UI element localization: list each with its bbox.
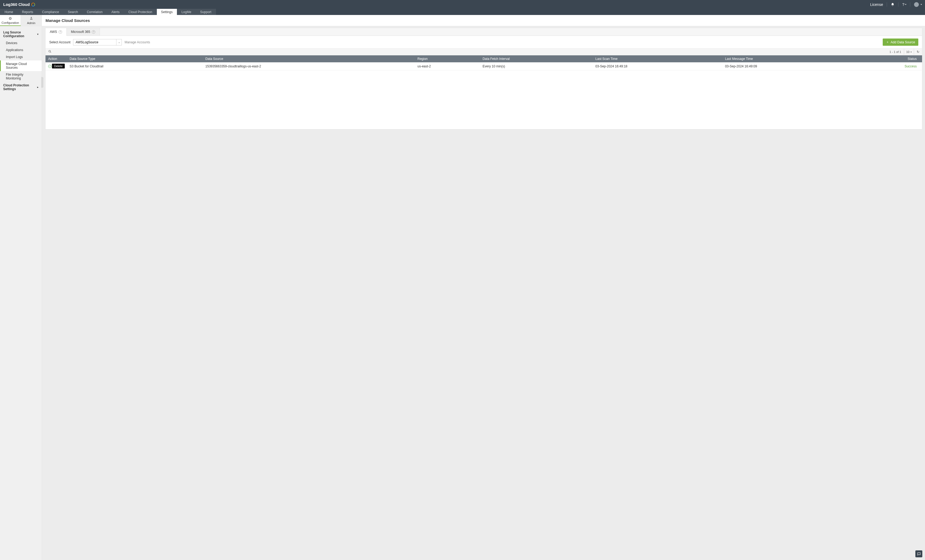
sidebar-section-log-source[interactable]: Log Source Configuration ▾ <box>0 29 42 40</box>
cell-last-msg: 03-Sep-2024 16:49:09 <box>722 62 852 71</box>
col-data-source-type: Data Source Type <box>67 56 203 62</box>
col-last-msg: Last Message Time <box>722 56 852 62</box>
svg-point-0 <box>30 17 32 18</box>
nav-reports[interactable]: Reports <box>18 9 38 15</box>
chevron-down-icon: ▾ <box>911 51 911 53</box>
page-size-select[interactable]: 10 ▾ <box>904 49 914 55</box>
cell-status: Success <box>852 62 922 71</box>
cell-interval: Every 10 min(s) <box>480 62 593 71</box>
col-interval: Data Fetch Interval <box>480 56 593 62</box>
pager: 1 - 1 of 1 10 ▾ ↻ <box>889 49 919 55</box>
avatar-icon <box>914 2 919 7</box>
cell-last-scan: 03-Sep-2024 16:49:18 <box>593 62 722 71</box>
sidebar: Log Source Configuration ▾ Devices Appli… <box>0 26 42 560</box>
action-cell: ✓ Delete <box>48 64 64 68</box>
help-icon[interactable]: ? <box>59 30 62 34</box>
sidebar-item-import-logs[interactable]: Import Logs <box>0 54 42 60</box>
refresh-icon[interactable]: ↻ <box>917 50 919 54</box>
sidebar-item-manage-cloud-sources[interactable]: Manage Cloud Sources <box>0 60 42 71</box>
add-data-source-button[interactable]: ＋ Add Data Source <box>883 39 918 46</box>
brand-logo-icon <box>31 3 35 6</box>
topbar-right: License ?▾ ▾ <box>870 2 922 7</box>
col-last-scan: Last Scan Time <box>593 56 722 62</box>
delete-tooltip: Delete <box>52 64 65 69</box>
separator <box>887 2 887 7</box>
sidebar-section-cloud-protection[interactable]: Cloud Protection Settings ▸ <box>0 82 42 93</box>
brand[interactable]: Log360 Cloud <box>3 2 35 7</box>
account-row: Select Account ⌄ Manage Accounts ＋ Add D… <box>45 36 922 48</box>
tab-aws[interactable]: AWS ? <box>45 28 67 36</box>
status-ok-icon: ✓ <box>48 65 51 68</box>
main-area: AWS ? Microsoft 365 ? Select Account ⌄ M… <box>42 26 925 560</box>
sidebar-item-file-integrity[interactable]: File Integrity Monitoring <box>0 71 42 82</box>
subnav-configuration[interactable]: ⚙ Configuration <box>0 15 21 26</box>
nav-cloud-protection[interactable]: Cloud Protection <box>124 9 157 15</box>
manage-accounts-link[interactable]: Manage Accounts <box>125 41 150 44</box>
page-title: Manage Cloud Sources <box>42 15 925 26</box>
cell-data-source-type: S3 Bucket for Cloudtrail <box>67 62 203 71</box>
plus-icon: ＋ <box>886 40 889 44</box>
svg-point-1 <box>49 50 51 52</box>
main-nav: Home Reports Compliance Search Correlati… <box>0 9 925 15</box>
cloud-sources-panel: AWS ? Microsoft 365 ? Select Account ⌄ M… <box>45 28 922 129</box>
sidebar-collapse-handle[interactable] <box>41 77 43 88</box>
license-link[interactable]: License <box>870 2 883 7</box>
nav-support[interactable]: Support <box>196 9 216 15</box>
brand-name: Log360 Cloud <box>3 2 30 7</box>
nav-alerts[interactable]: Alerts <box>107 9 124 15</box>
table-empty-space <box>45 71 922 129</box>
nav-compliance[interactable]: Compliance <box>38 9 63 15</box>
chevron-down-icon[interactable]: ⌄ <box>116 39 122 45</box>
svg-line-2 <box>50 52 51 53</box>
nav-search[interactable]: Search <box>63 9 83 15</box>
col-region: Region <box>415 56 480 62</box>
tab-microsoft-365[interactable]: Microsoft 365 ? <box>67 28 100 36</box>
chat-icon[interactable] <box>915 550 922 557</box>
help-menu[interactable]: ?▾ <box>902 2 906 7</box>
help-icon[interactable]: ? <box>92 30 95 34</box>
pager-range: 1 - 1 of 1 <box>889 50 901 54</box>
nav-correlation[interactable]: Correlation <box>83 9 107 15</box>
table-row: ✓ Delete S3 Bucket for Cloudtrail 153935… <box>45 62 922 71</box>
separator <box>910 2 910 7</box>
topbar: Log360 Cloud License ?▾ ▾ <box>0 0 925 9</box>
account-select-input[interactable] <box>73 41 116 44</box>
table-header-row: Action Data Source Type Data Source Regi… <box>45 56 922 62</box>
account-select[interactable]: ⌄ <box>73 39 122 45</box>
sidebar-item-applications[interactable]: Applications <box>0 47 42 54</box>
select-account-label: Select Account <box>49 41 71 44</box>
user-menu[interactable]: ▾ <box>914 2 922 7</box>
data-sources-table: Action Data Source Type Data Source Regi… <box>45 56 922 71</box>
col-status: Status <box>852 56 922 62</box>
cell-region: us-east-2 <box>415 62 480 71</box>
col-data-source: Data Source <box>203 56 414 62</box>
chevron-down-icon: ▾ <box>37 33 39 36</box>
user-icon <box>29 16 33 21</box>
table-toolbar: 1 - 1 of 1 10 ▾ ↻ <box>45 48 922 56</box>
col-action: Action <box>45 56 67 62</box>
cell-data-source: 153935663359-cloudtraillogs-us-east-2 <box>203 62 414 71</box>
nav-home[interactable]: Home <box>0 9 18 15</box>
subnav-admin[interactable]: Admin <box>21 15 42 26</box>
nav-settings[interactable]: Settings <box>157 9 177 15</box>
gear-icon: ⚙ <box>9 16 12 21</box>
nav-logme[interactable]: LogMe <box>177 9 196 15</box>
source-tabs: AWS ? Microsoft 365 ? <box>45 28 922 36</box>
search-icon[interactable] <box>48 50 52 54</box>
chevron-right-icon: ▸ <box>37 86 39 89</box>
bell-icon[interactable] <box>891 3 895 6</box>
sidebar-item-devices[interactable]: Devices <box>0 40 42 47</box>
subnav: ⚙ Configuration Admin Manage Cloud Sourc… <box>0 15 925 26</box>
